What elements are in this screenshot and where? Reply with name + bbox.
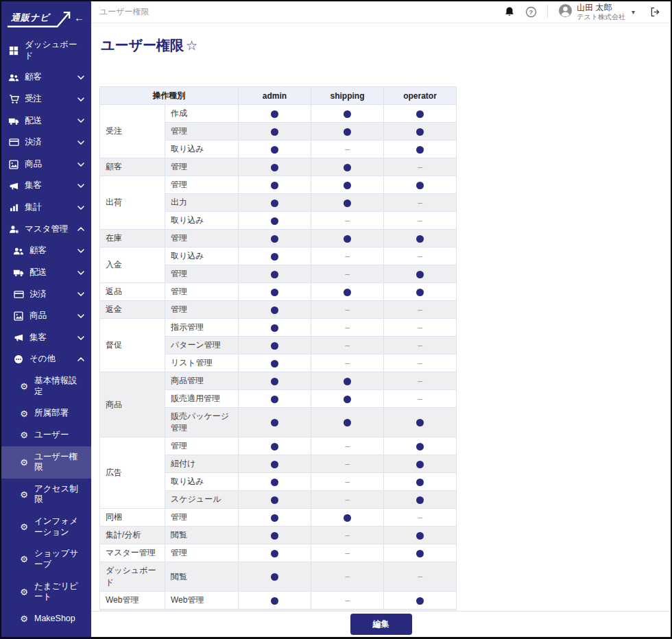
table-row: マスター管理管理–	[100, 544, 457, 562]
sidebar-item-master-others[interactable]: その他	[1, 348, 91, 370]
permission-cell-operator	[384, 527, 457, 544]
sidebar-item-department[interactable]: ⚙所属部署	[1, 402, 91, 424]
permission-cell-admin	[239, 509, 311, 527]
notification-bell-icon[interactable]	[504, 6, 515, 17]
permission-cell-operator: –	[384, 194, 457, 212]
sidebar-item-label: インフォメーション	[34, 516, 84, 538]
permission-cell-shipping: –	[311, 473, 384, 491]
granted-dot-icon	[344, 164, 351, 171]
granted-dot-icon	[416, 597, 424, 605]
permission-cell-operator	[384, 105, 457, 123]
table-row: Web管理Web管理–	[100, 592, 457, 610]
granted-dot-icon	[416, 235, 424, 243]
permission-cell-operator	[384, 230, 457, 248]
user-gear-icon	[8, 225, 19, 234]
sidebar-item-master-marketing[interactable]: 集客	[1, 327, 91, 349]
sidebar-item-master-payment[interactable]: 決済	[1, 284, 91, 306]
sidebar-item-access-restriction[interactable]: ⚙アクセス制限	[1, 479, 91, 511]
sidebar-item-user-permissions[interactable]: ⚙ユーザー権限	[1, 446, 91, 479]
sidebar-item-users[interactable]: ⚙ユーザー	[1, 424, 91, 446]
granted-dot-icon	[271, 514, 278, 522]
granted-dot-icon	[416, 532, 424, 540]
sidebar-item-master[interactable]: マスタ管理	[1, 219, 91, 241]
footer-bar: 編集	[91, 611, 671, 637]
permission-cell-shipping: –	[311, 527, 384, 544]
sidebar-item-information[interactable]: ⚙インフォメーション	[1, 511, 91, 543]
action-cell: 管理	[165, 158, 239, 176]
not-granted-dash: –	[345, 269, 350, 279]
sidebar-item-label: ユーザー	[34, 430, 84, 441]
not-granted-dash: –	[418, 572, 422, 581]
gear-icon: ⚙	[19, 588, 29, 596]
sidebar-item-marketing[interactable]: 集客	[1, 175, 91, 197]
permission-cell-shipping: –	[311, 592, 384, 610]
action-cell: 管理	[165, 176, 239, 194]
sidebar-item-master-products[interactable]: 商品	[1, 305, 91, 327]
gear-icon: ⚙	[19, 382, 29, 391]
gear-icon: ⚙	[19, 522, 29, 531]
not-granted-dash: –	[345, 459, 350, 469]
permission-cell-admin	[239, 390, 311, 408]
permission-cell-operator	[384, 265, 457, 283]
category-cell: 入金	[100, 248, 165, 283]
app-logo[interactable]: 通販ナビ	[4, 7, 71, 32]
action-cell: 管理	[165, 437, 239, 455]
user-menu[interactable]: 山田 太郎 テスト株式会社 ▾	[558, 3, 635, 21]
column-header-role-operator: operator	[384, 87, 457, 105]
action-cell: 管理	[165, 265, 239, 283]
sidebar-item-delivery[interactable]: 配送	[1, 110, 91, 132]
granted-dot-icon	[416, 289, 424, 296]
sidebar-item-label: 商品	[25, 159, 69, 170]
sidebar-item-basic-info[interactable]: ⚙基本情報設定	[1, 370, 91, 402]
granted-dot-icon	[271, 419, 278, 426]
granted-dot-icon	[271, 496, 278, 504]
sidebar-item-label: その他	[29, 354, 69, 365]
sidebar-item-label: ショップサーブ	[34, 548, 84, 570]
permission-cell-admin	[239, 473, 311, 491]
granted-dot-icon	[271, 306, 278, 314]
sidebar-item-products[interactable]: 商品	[1, 154, 91, 176]
sidebar-item-master-delivery[interactable]: 配送	[1, 262, 91, 284]
sidebar-item-payment[interactable]: 決済	[1, 132, 91, 154]
sidebar-item-analytics[interactable]: 集計	[1, 197, 91, 219]
sidebar-item-tamago-repeat[interactable]: ⚙たまごリピート	[1, 576, 91, 608]
permission-cell-shipping	[311, 194, 384, 212]
logout-icon[interactable]	[649, 6, 661, 18]
category-cell: 同梱	[100, 509, 165, 527]
permission-cell-admin	[239, 301, 311, 319]
page-title-text: ユーザー権限	[101, 36, 184, 55]
permission-cell-operator: –	[384, 354, 457, 372]
permission-cell-shipping	[311, 230, 384, 248]
help-icon[interactable]: ?	[525, 6, 537, 18]
action-cell: 指示管理	[165, 319, 239, 337]
permission-cell-operator	[384, 455, 457, 473]
action-cell: 紐付け	[165, 455, 239, 473]
sidebar: 通販ナビ ← ダッシュボード顧客受注配送決済商品集客集計マスタ管理顧客配送決済商…	[1, 1, 91, 637]
sidebar-item-makeshop[interactable]: ⚙MakeShop	[1, 608, 91, 630]
permission-cell-operator: –	[384, 212, 457, 230]
permission-cell-admin	[239, 176, 311, 194]
granted-dot-icon	[416, 479, 424, 486]
granted-dot-icon	[344, 182, 351, 189]
permission-cell-admin	[239, 562, 311, 592]
sidebar-item-label: 集客	[25, 180, 69, 191]
not-granted-dash: –	[418, 513, 422, 522]
sidebar-item-orders[interactable]: 受注	[1, 88, 91, 110]
permission-cell-shipping	[311, 372, 384, 390]
sidebar-header: 通販ナビ ←	[1, 1, 91, 33]
edit-button[interactable]: 編集	[350, 614, 412, 635]
sidebar-item-dashboard[interactable]: ダッシュボード	[1, 34, 91, 67]
permission-cell-operator	[384, 473, 457, 491]
granted-dot-icon	[271, 342, 278, 350]
sidebar-item-customers[interactable]: 顧客	[1, 67, 91, 88]
granted-dot-icon	[271, 461, 278, 468]
permission-cell-operator: –	[384, 248, 457, 265]
category-cell: 督促	[100, 319, 165, 372]
sidebar-item-master-customers[interactable]: 顧客	[1, 240, 91, 262]
sidebar-item-label: 決済	[25, 137, 69, 148]
favorite-star-icon[interactable]: ☆	[186, 38, 197, 53]
sidebar-item-label: ユーザー権限	[34, 452, 84, 473]
svg-text:?: ?	[529, 8, 533, 16]
sidebar-item-shopserve[interactable]: ⚙ショップサーブ	[1, 543, 91, 575]
chevron-down-icon	[75, 249, 84, 253]
